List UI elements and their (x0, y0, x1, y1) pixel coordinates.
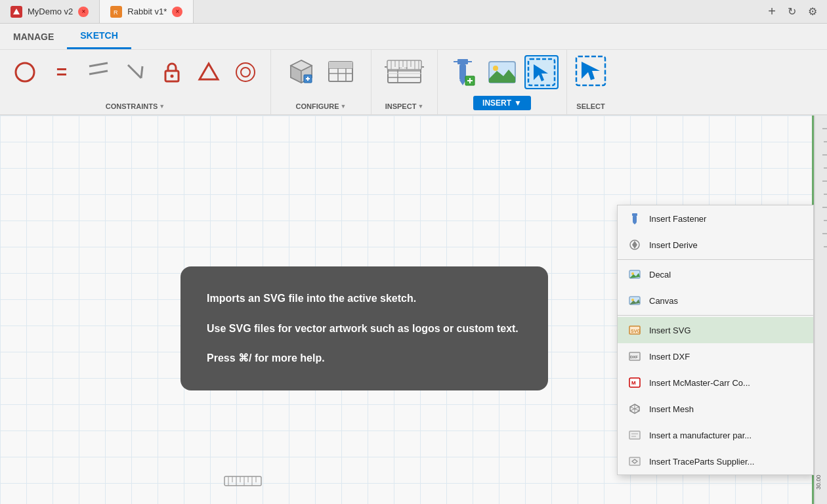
top-nav: MANAGE SKETCH (0, 24, 827, 50)
right-ruler: 30.00 (814, 116, 827, 504)
menu-item-insert-derive[interactable]: Insert Derive (618, 232, 813, 258)
svg-line-7 (141, 66, 142, 78)
inspect-label[interactable]: INSPECT ▼ (385, 102, 424, 110)
svg-point-3 (16, 63, 34, 81)
dimension-mark (223, 472, 263, 491)
menu-item-decal-label: Decal (649, 270, 671, 280)
menu-item-decal[interactable]: Decal (618, 261, 813, 287)
toolbar: = (0, 50, 827, 116)
select-section: SELECT (567, 50, 614, 114)
lock-constraint-btn[interactable] (155, 55, 189, 89)
menu-item-canvas-label: Canvas (649, 296, 678, 306)
menu-item-fastener-label: Insert Fastener (649, 214, 706, 224)
refresh-button[interactable]: ↻ (782, 3, 801, 21)
svg-line-4 (89, 63, 108, 66)
menu-item-dxf-label: Insert DXF (649, 352, 690, 362)
insert-caret: ▼ (514, 98, 522, 108)
add-tab-button[interactable]: + (761, 0, 782, 24)
insert-label-button[interactable]: INSERT ▼ (473, 96, 531, 110)
menu-item-insert-mcmaster[interactable]: M Insert McMaster-Carr Co... (618, 369, 813, 396)
svg-point-12 (241, 68, 250, 77)
svg-menu-icon: SVG (627, 322, 643, 338)
svg-marker-59 (582, 62, 600, 80)
mydemo-icon (11, 6, 22, 18)
menu-item-insert-dxf[interactable]: DXF Insert DXF (618, 343, 813, 369)
manage-tab[interactable]: MANAGE (0, 24, 67, 49)
menu-item-insert-fastener[interactable]: Insert Fastener (618, 205, 813, 232)
fastener-menu-icon (627, 211, 643, 226)
constraints-caret: ▼ (159, 103, 165, 110)
menu-item-insert-mesh[interactable]: Insert Mesh (618, 396, 813, 422)
traceparts-menu-icon (627, 453, 643, 469)
svg-text:DXF: DXF (630, 355, 638, 359)
configure-icons (284, 55, 358, 89)
insert-dropdown-menu: Insert Fastener Insert Derive (617, 205, 814, 475)
svg-line-5 (89, 71, 108, 74)
tooltip-line1: Imports an SVG file into the active sket… (207, 290, 522, 307)
svg-marker-0 (13, 9, 20, 14)
svg-point-11 (236, 63, 255, 81)
configure-cube-btn[interactable] (284, 55, 318, 89)
constraints-label[interactable]: CONSTRAINTS ▼ (106, 102, 165, 110)
manufacturer-menu-icon (627, 427, 643, 443)
constraints-section: = (0, 50, 271, 114)
tab-mydemo-close[interactable]: × (78, 7, 89, 17)
menu-item-insert-traceparts[interactable]: Insert TraceParts Supplier... (618, 448, 813, 474)
menu-item-manufacturer-label: Insert a manufacturer par... (649, 430, 752, 440)
canvas-menu-icon (627, 293, 643, 308)
tab-mydemo[interactable]: MyDemo v2 × (0, 0, 100, 23)
triangle-constraint-btn[interactable] (192, 55, 226, 89)
svg-text:M: M (631, 380, 636, 386)
parallel-constraint-btn[interactable] (81, 55, 116, 89)
circle-constraint-btn[interactable] (8, 55, 42, 89)
inspect-icon: ← → ←→ (385, 55, 424, 92)
menu-item-mesh-label: Insert Mesh (649, 404, 694, 414)
tab-rabbit[interactable]: R Rabbit v1* × (100, 0, 194, 23)
menu-divider-1 (618, 259, 813, 260)
svg-marker-71 (633, 222, 637, 224)
mesh-menu-icon (627, 401, 643, 417)
configure-section: CONFIGURE ▼ (271, 50, 371, 114)
inspect-section: ← → ←→ INSPECT ▼ (371, 50, 438, 114)
constraints-tools: = (8, 55, 263, 89)
configure-table-btn[interactable] (324, 55, 358, 89)
svg-point-55 (493, 66, 498, 71)
svg-text:30.00: 30.00 (815, 474, 822, 490)
configure-label[interactable]: CONFIGURE ▼ (296, 102, 347, 110)
inspect-caret: ▼ (417, 103, 423, 110)
equal-icon: = (56, 62, 67, 83)
settings-button[interactable]: ⚙ (803, 3, 822, 21)
insert-icons (446, 55, 559, 89)
menu-item-canvas[interactable]: Canvas (618, 287, 813, 314)
insert-section: INSERT ▼ (438, 50, 567, 114)
insert-image-icon-btn[interactable] (485, 55, 519, 89)
svg-text:R: R (114, 9, 118, 16)
equal-constraint-btn[interactable]: = (45, 55, 79, 89)
insert-select-active-btn[interactable] (524, 55, 559, 89)
svg-rect-93 (815, 116, 828, 504)
svg-rect-25 (329, 62, 352, 68)
window-controls: ↻ ⚙ (782, 3, 827, 21)
concentric-constraint-btn[interactable] (228, 55, 263, 89)
select-label[interactable]: SELECT (576, 102, 604, 110)
dxf-menu-icon: DXF (627, 348, 643, 364)
svg-marker-10 (200, 64, 218, 79)
main-area: Imports an SVG file into the active sket… (0, 116, 827, 504)
rabbit-icon: R (110, 6, 122, 18)
tooltip-line2: Use SVG files for vector artwork such as… (207, 320, 522, 337)
tab-rabbit-label: Rabbit v1* (127, 7, 167, 16)
svg-rect-69 (632, 213, 637, 216)
title-bar: MyDemo v2 × R Rabbit v1* × + ↻ ⚙ (0, 0, 827, 24)
svg-rect-70 (633, 216, 637, 222)
svg-point-9 (171, 75, 174, 78)
sketch-tab[interactable]: SKETCH (67, 24, 131, 49)
mcmaster-menu-icon: M (627, 375, 643, 390)
tab-rabbit-close[interactable]: × (172, 7, 182, 17)
menu-item-insert-svg[interactable]: SVG Insert SVG (618, 317, 813, 343)
menu-item-insert-manufacturer[interactable]: Insert a manufacturer par... (618, 422, 813, 448)
tab-mydemo-label: MyDemo v2 (28, 7, 73, 16)
tooltip-box: Imports an SVG file into the active sket… (180, 266, 548, 390)
svg-marker-57 (534, 64, 548, 81)
perpendicular-constraint-btn[interactable] (118, 55, 152, 89)
insert-fastener-icon-btn[interactable] (446, 55, 480, 89)
